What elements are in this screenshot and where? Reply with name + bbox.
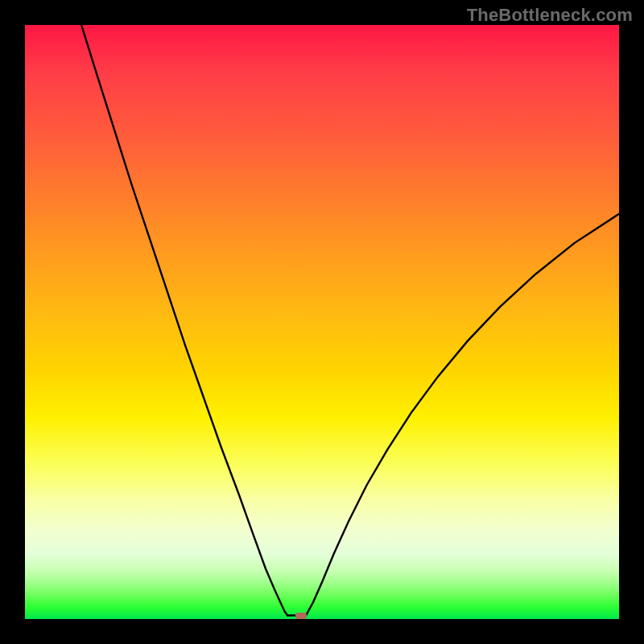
chart-plot-area [25, 25, 619, 619]
left-branch-path [81, 25, 287, 616]
right-branch-path [306, 214, 619, 616]
optimal-point-marker [295, 613, 307, 619]
watermark-text: TheBottleneck.com [467, 5, 633, 26]
bottleneck-curve [25, 25, 619, 619]
